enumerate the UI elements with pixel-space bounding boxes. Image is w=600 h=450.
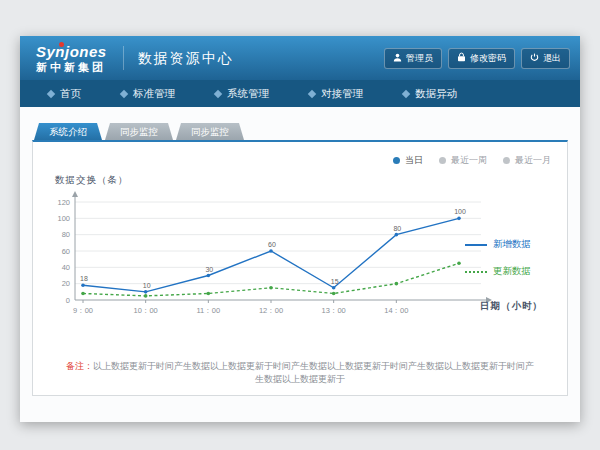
diamond-icon bbox=[214, 89, 222, 97]
legend-update-data[interactable]: 更新数据 bbox=[465, 265, 553, 278]
svg-text:40: 40 bbox=[62, 263, 70, 272]
nav-item-label: 系统管理 bbox=[227, 87, 269, 101]
diamond-icon bbox=[308, 89, 316, 97]
nav-item-docking-mgmt[interactable]: 对接管理 bbox=[289, 80, 383, 107]
dot-icon bbox=[503, 157, 510, 164]
logo: Synjones 新中新集团 bbox=[36, 44, 107, 73]
dot-icon bbox=[439, 157, 446, 164]
footnote-body: 以上数据更新于时间产生数据以上数据更新于时间产生数据以上数据更新于时间产生数据以… bbox=[93, 361, 534, 384]
filter-last-month[interactable]: 最近一月 bbox=[503, 154, 551, 167]
tab-system-intro[interactable]: 系统介绍 bbox=[34, 123, 102, 140]
app-window: Synjones 新中新集团 数据资源中心 管理员 修改密码 退出 bbox=[20, 36, 580, 422]
logo-text: Synjones bbox=[36, 44, 107, 59]
svg-text:100: 100 bbox=[454, 208, 466, 215]
nav-item-label: 数据异动 bbox=[415, 87, 457, 101]
svg-text:18: 18 bbox=[80, 275, 88, 282]
tab-sync-monitor-1[interactable]: 同步监控 bbox=[105, 123, 173, 140]
filter-label: 最近一月 bbox=[515, 154, 551, 167]
tab-sync-monitor-2[interactable]: 同步监控 bbox=[176, 123, 244, 140]
svg-text:15: 15 bbox=[331, 278, 339, 285]
logo-star-icon bbox=[59, 42, 64, 47]
series-legend: 新增数据 更新数据 bbox=[465, 238, 553, 278]
svg-text:100: 100 bbox=[57, 214, 70, 223]
nav-item-standard-mgmt[interactable]: 标准管理 bbox=[101, 80, 195, 107]
app-title: 数据资源中心 bbox=[123, 46, 234, 70]
nav-item-label: 首页 bbox=[60, 87, 81, 101]
change-password-button[interactable]: 修改密码 bbox=[448, 48, 515, 69]
header: Synjones 新中新集团 数据资源中心 管理员 修改密码 退出 bbox=[20, 36, 580, 80]
legend-label: 更新数据 bbox=[493, 265, 531, 278]
svg-text:10：00: 10：00 bbox=[134, 306, 158, 315]
dot-icon bbox=[393, 157, 400, 164]
change-password-button-label: 修改密码 bbox=[470, 52, 506, 65]
svg-text:13：00: 13：00 bbox=[322, 306, 346, 315]
logout-button[interactable]: 退出 bbox=[521, 48, 570, 69]
svg-text:12：00: 12：00 bbox=[259, 306, 283, 315]
diamond-icon bbox=[120, 89, 128, 97]
y-axis-title: 数据交换（条） bbox=[55, 174, 129, 187]
svg-text:80: 80 bbox=[62, 230, 70, 239]
nav-item-system-mgmt[interactable]: 系统管理 bbox=[195, 80, 289, 107]
user-button[interactable]: 管理员 bbox=[384, 48, 442, 69]
diamond-icon bbox=[402, 89, 410, 97]
logo-subtext: 新中新集团 bbox=[36, 62, 107, 73]
svg-text:11：00: 11：00 bbox=[197, 306, 221, 315]
svg-text:20: 20 bbox=[62, 279, 70, 288]
footnote: 备注：以上数据更新于时间产生数据以上数据更新于时间产生数据以上数据更新于时间产生… bbox=[33, 360, 567, 386]
nav-item-home[interactable]: 首页 bbox=[28, 80, 101, 107]
header-actions: 管理员 修改密码 退出 bbox=[384, 48, 570, 69]
legend-label: 新增数据 bbox=[493, 238, 531, 251]
svg-text:9：00: 9：00 bbox=[73, 306, 93, 315]
nav-item-label: 标准管理 bbox=[133, 87, 175, 101]
chart-panel: 当日 最近一周 最近一月 数据交换（条） 0204060801001209：00… bbox=[32, 140, 568, 396]
svg-text:14：00: 14：00 bbox=[384, 306, 408, 315]
footnote-prefix: 备注： bbox=[66, 361, 93, 371]
svg-text:60: 60 bbox=[268, 241, 276, 248]
svg-text:80: 80 bbox=[393, 225, 401, 232]
legend-new-data[interactable]: 新增数据 bbox=[465, 238, 553, 251]
svg-text:30: 30 bbox=[205, 266, 213, 273]
line-chart: 0204060801001209：0010：0011：0012：0013：001… bbox=[43, 188, 495, 324]
nav-item-label: 对接管理 bbox=[321, 87, 363, 101]
tab-bar: 系统介绍 同步监控 同步监控 bbox=[34, 123, 568, 140]
content-area: 系统介绍 同步监控 同步监控 当日 最近一周 最近一月 数据交换（条） bbox=[20, 107, 580, 422]
x-axis-title: 日期（小时） bbox=[480, 300, 543, 313]
lock-icon bbox=[457, 52, 466, 64]
dashed-line-icon bbox=[465, 271, 487, 273]
solid-line-icon bbox=[465, 244, 487, 246]
logout-button-label: 退出 bbox=[543, 52, 561, 65]
diamond-icon bbox=[47, 89, 55, 97]
svg-text:0: 0 bbox=[66, 296, 70, 305]
user-button-label: 管理员 bbox=[406, 52, 433, 65]
person-icon bbox=[393, 53, 402, 64]
svg-text:60: 60 bbox=[62, 247, 70, 256]
filter-last-week[interactable]: 最近一周 bbox=[439, 154, 487, 167]
filter-today[interactable]: 当日 bbox=[393, 154, 423, 167]
nav-item-data-change[interactable]: 数据异动 bbox=[383, 80, 477, 107]
main-nav: 首页 标准管理 系统管理 对接管理 数据异动 bbox=[20, 80, 580, 107]
power-icon bbox=[530, 53, 539, 64]
filter-label: 最近一周 bbox=[451, 154, 487, 167]
svg-text:10: 10 bbox=[143, 282, 151, 289]
svg-text:120: 120 bbox=[57, 198, 70, 207]
period-filter-legend: 当日 最近一周 最近一月 bbox=[393, 154, 551, 167]
filter-label: 当日 bbox=[405, 154, 423, 167]
